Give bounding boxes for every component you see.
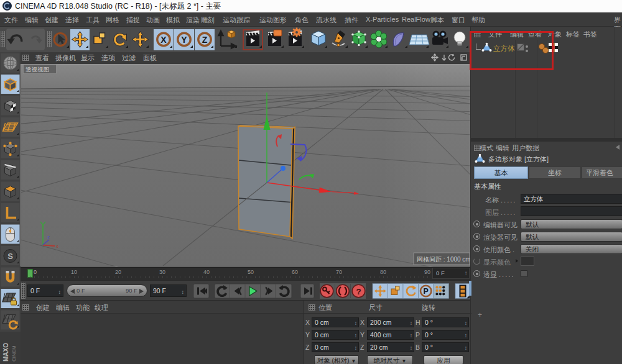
svg-text:Y: Y [181, 35, 187, 45]
svg-text:网格间距 : 1000 cm: 网格间距 : 1000 cm [417, 256, 471, 263]
svg-text:Z: Z [202, 35, 208, 45]
svg-text:MAXO: MAXO [2, 343, 9, 362]
svg-text:CINEM: CINEM [11, 345, 17, 362]
svg-text:x: x [56, 243, 58, 249]
svg-text:?: ? [356, 287, 361, 296]
svg-text:P: P [424, 287, 429, 296]
svg-text:X: X [160, 35, 167, 45]
svg-text:z: z [47, 234, 50, 240]
svg-text:透视视图: 透视视图 [26, 66, 49, 73]
svg-text:S: S [7, 252, 13, 261]
